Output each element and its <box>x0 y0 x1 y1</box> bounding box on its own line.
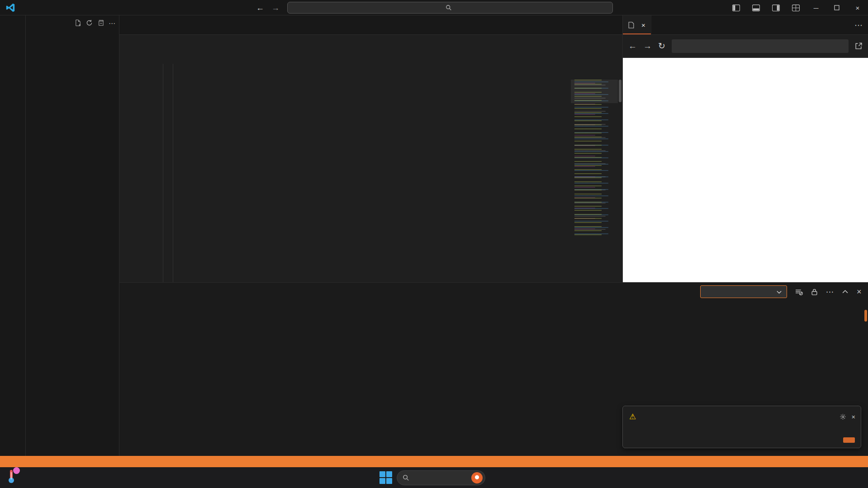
maximize-panel-icon[interactable] <box>842 289 849 295</box>
editor-tab-bar <box>119 15 622 35</box>
toggle-secondary-sidebar-icon[interactable] <box>766 0 786 15</box>
notification-close-icon[interactable]: × <box>852 413 855 421</box>
refresh-explorer-icon[interactable] <box>86 19 93 26</box>
notification-toast: ⚠ × <box>622 406 861 448</box>
browser-more-actions-icon[interactable]: ⋯ <box>854 15 863 35</box>
more-information-button[interactable] <box>843 437 855 443</box>
customize-layout-icon[interactable] <box>786 0 806 15</box>
panel-more-actions-icon[interactable]: ⋯ <box>826 287 834 297</box>
indent-guide <box>173 64 173 282</box>
weather-badge <box>13 467 20 474</box>
p5-sketch-canvas[interactable] <box>623 58 868 282</box>
indent-guide <box>163 64 163 282</box>
explorer-more-actions-icon[interactable]: ⋯ <box>109 19 115 28</box>
file-icon <box>628 22 634 28</box>
search-icon <box>446 5 452 11</box>
breadcrumb[interactable] <box>119 35 622 47</box>
close-tab-icon[interactable]: × <box>641 21 645 29</box>
toggle-panel-icon[interactable] <box>746 0 766 15</box>
command-center-search[interactable] <box>287 2 613 14</box>
minimize-button[interactable]: ─ <box>806 0 826 15</box>
status-bar <box>0 456 868 467</box>
taskbar-search[interactable] <box>397 470 485 485</box>
chevron-down-icon <box>776 289 782 295</box>
close-panel-icon[interactable]: × <box>857 287 862 297</box>
toggle-sidebar-icon[interactable] <box>726 0 746 15</box>
search-icon <box>403 474 409 481</box>
maximize-button[interactable] <box>826 0 847 15</box>
start-button[interactable] <box>379 471 393 484</box>
weather-widget[interactable] <box>5 469 22 484</box>
history-forward-icon[interactable]: → <box>271 3 280 13</box>
search-highlight-icon <box>471 472 483 483</box>
minimap[interactable] <box>571 80 618 282</box>
open-external-icon[interactable] <box>855 42 863 50</box>
editor-scrollbar[interactable] <box>618 80 622 282</box>
editor-group <box>119 15 622 282</box>
browser-reload-icon[interactable]: ↻ <box>658 41 665 51</box>
clear-output-icon[interactable] <box>795 288 803 296</box>
explorer-sidebar: ⋯ <box>26 15 119 456</box>
code-area[interactable] <box>119 47 622 282</box>
windows-taskbar <box>0 467 868 488</box>
simple-browser-pane: × ⋯ ← → ↻ <box>622 15 868 282</box>
new-file-icon[interactable] <box>75 19 81 26</box>
url-input[interactable] <box>672 39 849 53</box>
close-window-button[interactable]: × <box>847 0 868 15</box>
browser-forward-icon[interactable]: → <box>643 41 652 51</box>
output-log[interactable] <box>119 301 868 310</box>
tab-simple-browser[interactable]: × <box>623 15 651 34</box>
collapse-folders-icon[interactable] <box>97 19 104 26</box>
minimap-slider[interactable] <box>571 80 618 103</box>
output-channel-select[interactable] <box>700 285 787 298</box>
panel-scrollbar-thumb[interactable] <box>864 310 867 322</box>
vscode-window: ← → ─ × <box>0 0 868 488</box>
activity-bar <box>0 15 26 456</box>
title-bar: ← → ─ × <box>0 0 868 15</box>
vscode-logo-icon <box>5 3 15 13</box>
notification-settings-icon[interactable] <box>840 413 846 420</box>
panel-tab-bar: ⋯ × <box>119 283 868 301</box>
browser-back-icon[interactable]: ← <box>628 41 637 51</box>
warning-icon: ⚠ <box>629 412 636 422</box>
history-back-icon[interactable]: ← <box>256 3 264 13</box>
lock-output-icon[interactable] <box>811 288 818 296</box>
